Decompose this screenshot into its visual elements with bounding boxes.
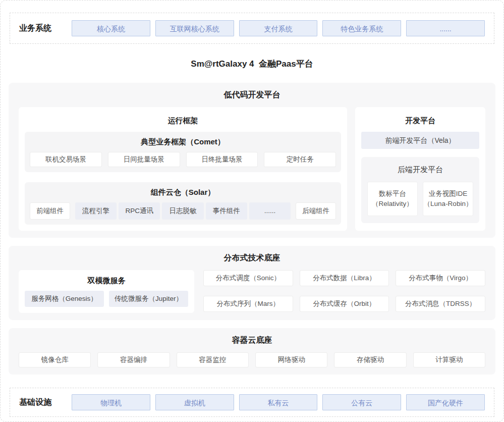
relativity-line1: 数标平台: [368, 189, 417, 199]
runtime-framework-card: 运行框架 典型业务框架（Comet） 联机交易场景 日间批量场景 日终批量场景 …: [19, 107, 347, 231]
traditional-microservice-jupiter[interactable]: 传统微服务（Jupiter）: [109, 291, 188, 307]
infrastructure-label: 基础设施: [19, 397, 72, 408]
distributed-scheduling-sonic[interactable]: 分布式调度（Sonic）: [203, 270, 293, 286]
solar-process-engine[interactable]: 流程引擎: [75, 202, 117, 220]
infrastructure-band: 基础设施 物理机 虚拟机 私有云 公有云 国产化硬件: [10, 388, 494, 417]
low-code-platform-section: 低代码开发平台 运行框架 典型业务框架（Comet） 联机交易场景 日间批量场景…: [9, 83, 495, 238]
low-code-platform-title: 低代码开发平台: [19, 90, 485, 100]
distributed-messaging-tdrss[interactable]: 分布式消息（TDRSS）: [396, 296, 485, 312]
backend-dev-platform-title: 后端开发平台: [367, 165, 473, 175]
architecture-diagram-page: 业务系统 核心系统 互联网核心系统 支付系统 特色业务系统 ...... Sm@…: [0, 0, 504, 422]
business-systems-band: 业务系统 核心系统 互联网核心系统 支付系统 特色业务系统 ......: [10, 13, 494, 44]
distributed-cache-orbit[interactable]: 分布式缓存（Orbit）: [300, 296, 389, 312]
comet-title: 典型业务框架（Comet）: [30, 137, 336, 147]
luna-robin-line2: （Luna-Robin）: [423, 199, 473, 209]
comet-eod-batch[interactable]: 日终批量场景: [186, 152, 258, 167]
runtime-framework-title: 运行框架: [25, 116, 341, 126]
infrastructure-buttons: 物理机 虚拟机 私有云 公有云 国产化硬件: [72, 394, 485, 410]
infra-virtual-machine[interactable]: 虚拟机: [155, 394, 234, 410]
container-base-title: 容器云底座: [19, 335, 485, 346]
distributed-body: 双模微服务 服务网格（Genesis） 传统微服务（Jupiter） 分布式调度…: [19, 270, 485, 313]
dual-mode-buttons: 服务网格（Genesis） 传统微服务（Jupiter）: [25, 291, 188, 307]
comet-intraday-batch[interactable]: 日间批量场景: [108, 152, 180, 167]
distributed-transaction-virgo[interactable]: 分布式事物（Virgo）: [396, 270, 485, 286]
solar-more[interactable]: ......: [249, 202, 291, 220]
image-registry[interactable]: 镜像仓库: [19, 352, 91, 367]
compute-driver[interactable]: 计算驱动: [413, 352, 485, 367]
solar-panel: 组件云仓（Solar） 前端组件 流程引擎 RPC通讯 日志脱敏 事件组件 ..…: [25, 182, 341, 225]
backend-dev-platform-buttons: 数标平台 （Relativity） 业务视图IDE （Luna-Robin）: [367, 182, 473, 216]
solar-title: 组件云仓（Solar）: [30, 188, 336, 197]
frontend-dev-platform-vela[interactable]: 前端开发平台（Vela）: [361, 132, 479, 149]
luna-robin-line1: 业务视图IDE: [423, 189, 473, 199]
container-orchestration[interactable]: 容器编排: [97, 352, 170, 367]
infra-physical-machine[interactable]: 物理机: [72, 394, 150, 410]
backend-dev-platform-card: 后端开发平台 数标平台 （Relativity） 业务视图IDE （Luna-R…: [361, 157, 479, 223]
dual-mode-microservice-card: 双模微服务 服务网格（Genesis） 传统微服务（Jupiter）: [19, 270, 194, 313]
dev-platform-title: 开发平台: [361, 116, 479, 126]
business-system-special[interactable]: 特色业务系统: [322, 20, 401, 36]
dual-mode-title: 双模微服务: [25, 276, 188, 286]
container-monitoring[interactable]: 容器监控: [177, 352, 249, 367]
low-code-body: 运行框架 典型业务框架（Comet） 联机交易场景 日间批量场景 日终批量场景 …: [19, 107, 485, 231]
business-systems-label: 业务系统: [19, 23, 72, 34]
storage-driver[interactable]: 存储驱动: [334, 352, 406, 367]
solar-buttons: 前端组件 流程引擎 RPC通讯 日志脱敏 事件组件 ...... 后端组件: [30, 202, 336, 220]
relativity-line2: （Relativity）: [368, 199, 417, 209]
service-mesh-genesis[interactable]: 服务网格（Genesis）: [25, 291, 104, 307]
dev-platform-card: 开发平台 前端开发平台（Vela） 后端开发平台 数标平台 （Relativit…: [355, 107, 485, 231]
business-systems-buttons: 核心系统 互联网核心系统 支付系统 特色业务系统 ......: [72, 20, 485, 36]
business-system-payment[interactable]: 支付系统: [239, 20, 318, 36]
comet-scheduled-task[interactable]: 定时任务: [264, 152, 336, 167]
distributed-data-libra[interactable]: 分布式数据（Libra）: [300, 270, 389, 286]
solar-middle-components: 流程引擎 RPC通讯 日志脱敏 事件组件 ......: [75, 202, 291, 220]
comet-buttons: 联机交易场景 日间批量场景 日终批量场景 定时任务: [30, 152, 336, 167]
infra-public-cloud[interactable]: 公有云: [322, 394, 401, 410]
solar-backend-components[interactable]: 后端组件: [296, 202, 336, 220]
solar-event-component[interactable]: 事件组件: [206, 202, 247, 220]
network-driver[interactable]: 网络驱动: [255, 352, 327, 367]
solar-log-masking[interactable]: 日志脱敏: [162, 202, 203, 220]
data-standard-platform-relativity[interactable]: 数标平台 （Relativity）: [367, 182, 418, 216]
business-system-more[interactable]: ......: [406, 20, 485, 36]
distributed-services-grid: 分布式调度（Sonic） 分布式数据（Libra） 分布式事物（Virgo） 分…: [203, 270, 485, 313]
distributed-base-section: 分布式技术底座 双模微服务 服务网格（Genesis） 传统微服务（Jupite…: [9, 246, 495, 320]
business-view-ide-luna-robin[interactable]: 业务视图IDE （Luna-Robin）: [423, 182, 473, 216]
infra-domestic-hardware[interactable]: 国产化硬件: [406, 394, 485, 410]
page-title: Sm@rtGalaxy 4 金融Paas平台: [9, 58, 495, 70]
distributed-base-title: 分布式技术底座: [19, 253, 485, 263]
comet-online-trade[interactable]: 联机交易场景: [30, 152, 102, 167]
solar-rpc[interactable]: RPC通讯: [119, 202, 160, 220]
infra-private-cloud[interactable]: 私有云: [239, 394, 318, 410]
solar-frontend-components[interactable]: 前端组件: [30, 202, 70, 220]
container-base-section: 容器云底座 镜像仓库 容器编排 容器监控 网络驱动 存储驱动 计算驱动: [9, 328, 495, 375]
distributed-sequence-mars[interactable]: 分布式序列（Mars）: [203, 296, 293, 312]
business-system-core[interactable]: 核心系统: [72, 20, 150, 36]
container-base-buttons: 镜像仓库 容器编排 容器监控 网络驱动 存储驱动 计算驱动: [19, 352, 485, 367]
comet-panel: 典型业务框架（Comet） 联机交易场景 日间批量场景 日终批量场景 定时任务: [25, 132, 341, 172]
business-system-internet-core[interactable]: 互联网核心系统: [155, 20, 234, 36]
